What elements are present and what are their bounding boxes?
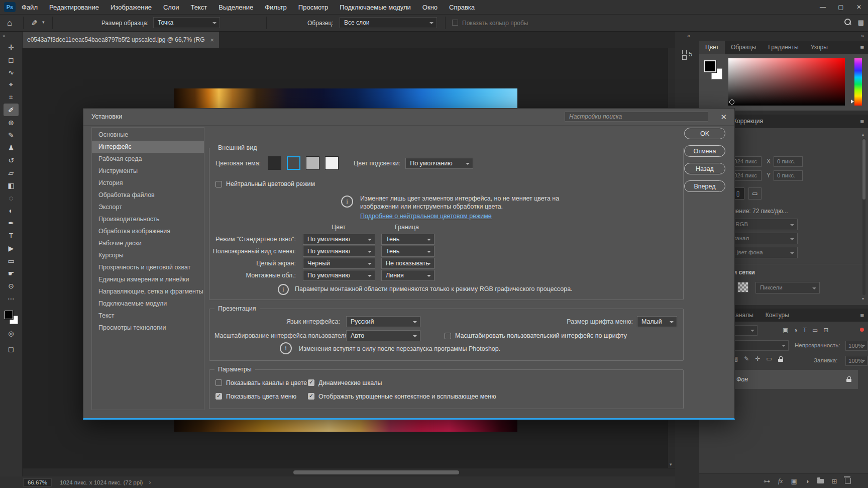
- status-chevron-icon[interactable]: ›: [149, 479, 151, 486]
- preferences-nav-item[interactable]: Текст: [92, 310, 204, 322]
- home-icon[interactable]: ⌂: [7, 18, 12, 28]
- panel-menu-icon[interactable]: ≡: [860, 118, 864, 125]
- menu-item[interactable]: Текст: [191, 4, 207, 11]
- background-color-dropdown[interactable]: Цвет фона: [729, 247, 798, 258]
- path-selection-tool[interactable]: ▶: [4, 242, 19, 254]
- color-dropdown[interactable]: Черный: [303, 258, 375, 269]
- back-button[interactable]: Назад: [684, 163, 725, 174]
- type-filter-icon[interactable]: T: [803, 327, 807, 334]
- foreground-background-swatches[interactable]: [5, 311, 18, 324]
- menu-item[interactable]: Фильтр: [265, 4, 287, 11]
- theme-swatch-white[interactable]: [325, 156, 339, 170]
- sample-size-dropdown[interactable]: Точка: [153, 17, 220, 28]
- collapse-panels-right-icon[interactable]: »: [861, 33, 864, 39]
- foreground-color-swatch[interactable]: [704, 60, 716, 72]
- crop-tool[interactable]: ⌗: [4, 91, 19, 104]
- layer-style-icon[interactable]: fx: [778, 477, 783, 485]
- units-dropdown[interactable]: Пиксели: [755, 282, 820, 294]
- adjustment-filter-icon[interactable]: ◑: [794, 327, 797, 334]
- delete-layer-icon[interactable]: [845, 478, 851, 484]
- scrollbar-thumb[interactable]: [862, 139, 865, 200]
- hand-tool[interactable]: ☛: [4, 267, 19, 279]
- dynamic-sliders-checkbox[interactable]: Динамические шкалы: [308, 376, 496, 389]
- eyedropper-tool[interactable]: ✐: [4, 104, 19, 116]
- theme-swatch-light[interactable]: [306, 156, 319, 170]
- marquee-tool[interactable]: ◻: [4, 53, 19, 66]
- opacity-field[interactable]: 100%: [845, 341, 867, 351]
- menu-item[interactable]: Выделение: [219, 4, 253, 11]
- ui-language-dropdown[interactable]: Русский: [346, 316, 420, 327]
- color-panel-swatches[interactable]: [704, 60, 724, 80]
- scroll-up-icon[interactable]: ▴: [862, 132, 864, 137]
- preferences-nav-item[interactable]: Рабочая среда: [92, 153, 204, 165]
- menu-item[interactable]: Слои: [163, 4, 179, 11]
- preferences-nav-item[interactable]: Производительность: [92, 213, 204, 225]
- minimize-icon[interactable]: —: [814, 0, 832, 14]
- new-layer-icon[interactable]: ⊞: [832, 477, 837, 485]
- preferences-nav-item[interactable]: Направляющие, сетка и фрагменты: [92, 285, 204, 298]
- ok-button[interactable]: OK: [684, 128, 725, 139]
- preferences-nav-item[interactable]: Курсоры: [92, 249, 204, 261]
- neutral-mode-link[interactable]: Подробнее о нейтральном цветовом режиме: [360, 213, 492, 220]
- gradient-tool[interactable]: ◧: [4, 179, 19, 191]
- panel-menu-icon[interactable]: ≡: [860, 44, 864, 51]
- neutral-color-mode-checkbox[interactable]: Нейтральный цветовой режим: [215, 180, 315, 187]
- border-dropdown[interactable]: Не показывать: [381, 258, 435, 269]
- theme-swatch-medium-dark[interactable]: [287, 156, 300, 170]
- preferences-nav-item[interactable]: Подключаемые модули: [92, 298, 204, 310]
- scroll-down-icon[interactable]: ▾: [670, 462, 672, 467]
- scroll-down-icon[interactable]: ▾: [862, 297, 864, 301]
- screen-mode-icon[interactable]: ▢: [4, 343, 19, 355]
- preferences-nav-item[interactable]: История: [92, 177, 204, 189]
- menu-item[interactable]: Файл: [22, 4, 38, 11]
- menu-item[interactable]: Просмотр: [298, 4, 328, 11]
- collapsed-panel-icon[interactable]: 5: [682, 49, 692, 61]
- clone-stamp-tool[interactable]: ♟: [4, 141, 19, 154]
- panel-menu-icon[interactable]: ≡: [860, 312, 864, 319]
- probe-ring-checkbox[interactable]: [452, 20, 458, 26]
- highlight-color-dropdown[interactable]: По умолчанию: [405, 158, 473, 169]
- layer-mask-icon[interactable]: ▣: [791, 477, 797, 485]
- menu-item[interactable]: Справка: [449, 4, 475, 11]
- color-dropdown[interactable]: По умолчанию: [303, 270, 375, 281]
- dodge-tool[interactable]: ◐: [4, 204, 19, 217]
- preferences-nav-item[interactable]: Прозрачность и цветовой охват: [92, 261, 204, 273]
- color-dropdown[interactable]: По умолчанию: [303, 246, 375, 257]
- lock-all-icon[interactable]: [778, 356, 784, 362]
- chevron-down-icon[interactable]: ▾: [42, 20, 45, 25]
- menu-item[interactable]: Изображение: [111, 4, 152, 11]
- preferences-nav-item[interactable]: Обработка файлов: [92, 189, 204, 201]
- shape-filter-icon[interactable]: ▭: [812, 327, 818, 334]
- color-dropdown[interactable]: По умолчанию: [303, 234, 375, 245]
- new-group-icon[interactable]: [817, 479, 824, 483]
- saturation-field[interactable]: [728, 58, 845, 106]
- simplified-menus-checkbox[interactable]: Отображать упрощенные контекстное и вспл…: [308, 389, 496, 403]
- forward-button[interactable]: Вперед: [684, 180, 725, 192]
- border-dropdown[interactable]: Линия: [381, 270, 435, 281]
- ui-scaling-dropdown[interactable]: Авто: [346, 330, 420, 341]
- preferences-nav-item[interactable]: Единицы измерения и линейки: [92, 273, 204, 285]
- menu-item[interactable]: Подключаемые модули: [340, 4, 411, 11]
- collapse-panels-icon[interactable]: «: [687, 33, 690, 39]
- menu-font-size-dropdown[interactable]: Малый: [637, 316, 677, 327]
- type-tool[interactable]: Т: [4, 229, 19, 242]
- link-layers-icon[interactable]: ⊶: [764, 477, 770, 485]
- brush-tool[interactable]: ✎: [4, 129, 19, 141]
- landscape-orientation-button[interactable]: ▭: [748, 187, 762, 200]
- preferences-nav-item[interactable]: Инструменты: [92, 165, 204, 177]
- layer-lock-icon[interactable]: [846, 376, 852, 382]
- tab-patterns[interactable]: Узоры: [805, 41, 834, 54]
- show-channels-in-color-checkbox[interactable]: Показывать каналы в цвете: [215, 376, 308, 389]
- pen-tool[interactable]: ✒: [4, 217, 19, 229]
- foreground-color-swatch[interactable]: [5, 311, 13, 319]
- preferences-nav-item[interactable]: Рабочие диски: [92, 237, 204, 249]
- fill-field[interactable]: 100%: [845, 356, 867, 366]
- zoom-tool[interactable]: ⊙: [4, 279, 19, 292]
- adjustment-layer-icon[interactable]: ◑: [805, 477, 809, 485]
- cancel-button[interactable]: Отмена: [684, 145, 725, 157]
- scrollbar-thumb[interactable]: [293, 470, 459, 474]
- object-selection-tool[interactable]: ⌖: [4, 78, 19, 91]
- hue-slider[interactable]: [854, 58, 862, 106]
- close-window-icon[interactable]: ✕: [850, 0, 868, 14]
- close-icon[interactable]: ✕: [720, 113, 727, 122]
